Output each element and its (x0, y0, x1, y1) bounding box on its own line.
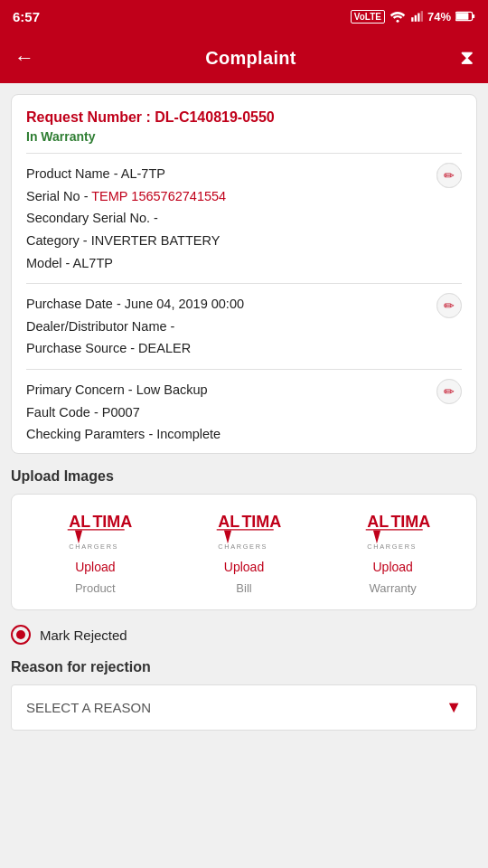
svg-text:CHARGERS: CHARGERS (218, 542, 267, 551)
svg-marker-17 (224, 531, 231, 544)
serial-no-row: Serial No - TEMP 1565762741554 (26, 185, 429, 208)
svg-rect-1 (411, 17, 413, 22)
svg-text:CHARGERS: CHARGERS (367, 542, 417, 551)
purchase-section: Purchase Date - June 04, 2019 00:00 Deal… (26, 293, 462, 360)
reason-select-placeholder: SELECT A REASON (26, 700, 151, 715)
upload-warranty-label: Warranty (370, 581, 417, 595)
serial-no-label: Serial No - (26, 189, 91, 203)
pencil-icon: ✏ (444, 298, 455, 313)
checking-params-row: Checking Paramters - Incomplete (26, 423, 429, 446)
svg-text:IMA: IMA (251, 513, 281, 531)
svg-text:AL: AL (218, 513, 239, 531)
svg-rect-7 (473, 14, 475, 18)
svg-text:AL: AL (367, 513, 389, 531)
svg-text:T: T (93, 513, 103, 531)
upload-bill-item: AL T IMA CHARGERS Upload Bill (170, 509, 319, 595)
reason-select-dropdown[interactable]: SELECT A REASON ▼ (11, 684, 477, 731)
upload-product-item: AL T IMA CHARGERS Upload Product (21, 509, 170, 595)
product-section: Product Name - AL-7TP Serial No - TEMP 1… (26, 163, 462, 274)
concern-section: Primary Concern - Low Backup Fault Code … (26, 379, 462, 446)
svg-marker-11 (75, 531, 82, 544)
svg-rect-4 (421, 11, 423, 22)
radio-inner-dot (16, 630, 25, 639)
secondary-serial-row: Secondary Serial No. - (26, 207, 429, 230)
mark-rejected-radio[interactable] (11, 625, 31, 645)
svg-marker-23 (373, 531, 380, 544)
complaint-card: Request Number : DL-C140819-0550 In Warr… (11, 94, 477, 454)
warranty-status: In Warranty (26, 129, 462, 144)
reason-for-rejection-title: Reason for rejection (11, 659, 477, 675)
svg-text:IMA: IMA (400, 513, 430, 531)
back-button[interactable]: ← (14, 42, 42, 73)
svg-rect-2 (415, 15, 417, 22)
svg-text:T: T (390, 513, 400, 531)
altima-logo-warranty: AL T IMA CHARGERS (352, 509, 434, 552)
upload-card: AL T IMA CHARGERS Upload Product AL T IM… (11, 494, 477, 610)
signal-icon (410, 10, 423, 23)
serial-no-value: TEMP 1565762741554 (91, 189, 226, 203)
app-bar: ← Complaint ⧗ (0, 33, 488, 83)
upload-bill-button[interactable]: Upload (224, 560, 264, 574)
dealer-name-row: Dealer/Distributor Name - (26, 316, 429, 338)
upload-bill-label: Bill (236, 581, 251, 595)
timer-icon: ⧗ (460, 46, 474, 70)
upload-warranty-button[interactable]: Upload (372, 560, 412, 574)
pencil-icon: ✏ (444, 384, 455, 399)
dealer-name-edit-button[interactable]: ✏ (436, 293, 462, 318)
upload-warranty-item: AL T IMA CHARGERS Upload Warranty (318, 509, 467, 595)
svg-text:AL: AL (70, 513, 91, 531)
model-row: Model - AL7TP (26, 252, 429, 275)
request-number: Request Number : DL-C140819-0550 (26, 109, 462, 126)
mark-rejected-row[interactable]: Mark Rejected (11, 625, 477, 645)
category-row: Category - INVERTER BATTERY (26, 230, 429, 252)
svg-rect-6 (456, 13, 469, 20)
battery-icon (455, 11, 475, 22)
chevron-down-icon: ▼ (446, 698, 462, 717)
svg-text:IMA: IMA (103, 513, 133, 531)
svg-text:T: T (242, 513, 252, 531)
upload-product-label: Product (75, 581, 116, 595)
svg-rect-3 (418, 14, 419, 22)
app-title: Complaint (205, 48, 296, 69)
fault-code-row: Fault Code - P0007 (26, 401, 429, 424)
status-time: 6:57 (13, 9, 40, 24)
status-bar: 6:57 VoLTE 74% (0, 0, 488, 33)
status-icons: VoLTE 74% (351, 10, 475, 24)
purchase-source-row: Purchase Source - DEALER (26, 337, 429, 360)
upload-product-button[interactable]: Upload (75, 560, 115, 574)
altima-logo-bill: AL T IMA CHARGERS (203, 509, 285, 552)
altima-logo-product: AL T IMA CHARGERS (54, 509, 136, 552)
mark-rejected-label: Mark Rejected (40, 627, 127, 643)
wifi-icon (389, 10, 406, 23)
svg-text:CHARGERS: CHARGERS (70, 542, 119, 551)
secondary-serial-edit-button[interactable]: ✏ (436, 163, 462, 188)
main-content: Request Number : DL-C140819-0550 In Warr… (0, 83, 488, 749)
volte-icon: VoLTE (351, 10, 385, 24)
purchase-date-row: Purchase Date - June 04, 2019 00:00 (26, 293, 429, 316)
product-name-row: Product Name - AL-7TP (26, 163, 429, 185)
checking-params-edit-button[interactable]: ✏ (436, 379, 462, 404)
battery-level: 74% (427, 10, 451, 24)
upload-images-title: Upload Images (11, 468, 477, 485)
primary-concern-row: Primary Concern - Low Backup (26, 379, 429, 401)
pencil-icon: ✏ (444, 168, 455, 183)
svg-point-0 (396, 20, 399, 23)
